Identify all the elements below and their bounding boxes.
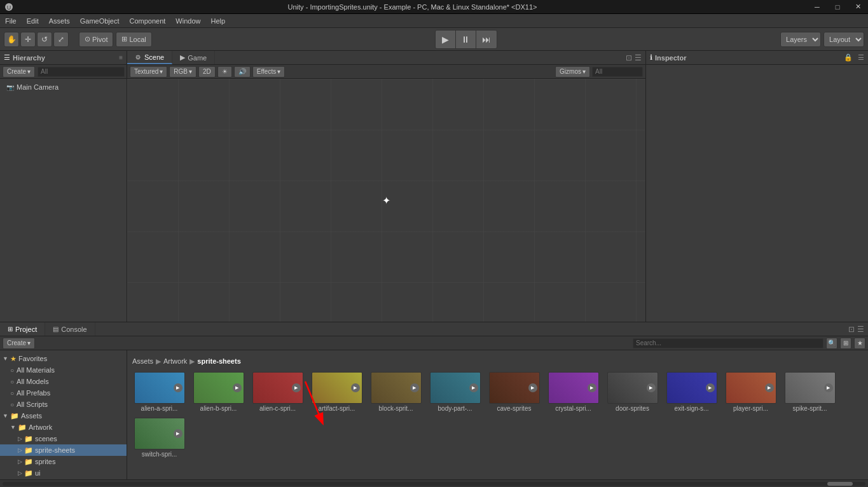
scale-tool-button[interactable]: ⤢ bbox=[53, 32, 69, 47]
bottom-scrollbar[interactable] bbox=[0, 479, 868, 487]
asset-item-body-part[interactable]: ▶body-part-... bbox=[428, 372, 482, 413]
menu-window[interactable]: Window bbox=[170, 14, 205, 28]
rotate-tool-button[interactable]: ↺ bbox=[37, 32, 52, 47]
move-tool-button[interactable]: ✛ bbox=[20, 32, 36, 47]
scenes-arrow: ▷ bbox=[18, 436, 22, 442]
asset-item-spike[interactable]: ▶spike-sprit... bbox=[783, 372, 837, 413]
asset-play-block[interactable]: ▶ bbox=[410, 383, 419, 392]
local-button[interactable]: ⊞ Local bbox=[116, 32, 151, 47]
asset-item-player[interactable]: ▶player-spri... bbox=[724, 372, 778, 413]
asset-play-exit-sign[interactable]: ▶ bbox=[706, 383, 715, 392]
asset-play-alien-c[interactable]: ▶ bbox=[292, 383, 301, 392]
hierarchy-title: Hierarchy bbox=[13, 54, 45, 62]
menu-edit[interactable]: Edit bbox=[22, 14, 44, 28]
star-icon[interactable]: ★ bbox=[854, 338, 865, 349]
breadcrumb-assets[interactable]: Assets bbox=[132, 357, 153, 365]
layout-dropdown[interactable]: Layout bbox=[823, 32, 864, 47]
asset-label-alien-a: alien-a-spri... bbox=[141, 405, 178, 413]
breadcrumb-artwork[interactable]: Artwork bbox=[163, 357, 187, 365]
folder-all-models[interactable]: ○ All Models bbox=[0, 376, 127, 387]
filter-icon[interactable]: ⊞ bbox=[840, 338, 851, 349]
asset-play-door[interactable]: ▶ bbox=[647, 383, 656, 392]
layers-dropdown[interactable]: Layers bbox=[780, 32, 821, 47]
project-create-button[interactable]: Create ▾ bbox=[3, 338, 35, 349]
menu-assets[interactable]: Assets bbox=[44, 14, 75, 28]
audio-button[interactable]: 🔊 bbox=[234, 66, 251, 78]
asset-item-artifact[interactable]: ▶artifact-spri... bbox=[310, 372, 364, 413]
asset-grid: ▶alien-a-spri...▶alien-b-spri...▶alien-c… bbox=[132, 372, 863, 458]
inspector-menu-icon[interactable]: ☰ bbox=[858, 53, 864, 62]
folder-sprites[interactable]: ▷ 📁 sprites bbox=[0, 456, 127, 467]
hierarchy-search-input[interactable] bbox=[38, 67, 125, 77]
step-button[interactable]: ⏭ bbox=[476, 31, 497, 48]
inspector-lock-icon[interactable]: 🔒 bbox=[844, 53, 853, 62]
folder-all-scripts[interactable]: ○ All Scripts bbox=[0, 399, 127, 410]
maximize-button[interactable]: □ bbox=[827, 0, 848, 14]
folder-artwork[interactable]: ▼ 📁 Artwork bbox=[0, 422, 127, 433]
tab-scene[interactable]: ⛭ Scene bbox=[127, 51, 172, 64]
scrollbar-thumb[interactable] bbox=[827, 482, 853, 486]
asset-item-door[interactable]: ▶door-sprites bbox=[605, 372, 659, 413]
asset-thumb-alien-a: ▶ bbox=[134, 372, 185, 404]
menu-help[interactable]: Help bbox=[205, 14, 230, 28]
hierarchy-close-icon[interactable]: ≡ bbox=[119, 54, 123, 61]
project-search-input[interactable] bbox=[633, 338, 823, 348]
play-button[interactable]: ▶ bbox=[436, 31, 456, 48]
camera-icon: 📷 bbox=[6, 84, 14, 91]
asset-item-cave[interactable]: ▶cave-sprites bbox=[487, 372, 541, 413]
tab-console[interactable]: ▤ Console bbox=[45, 322, 95, 336]
menu-component[interactable]: Component bbox=[124, 14, 170, 28]
scene-menu-icon[interactable]: ☰ bbox=[635, 53, 642, 62]
asset-play-spike[interactable]: ▶ bbox=[824, 383, 833, 392]
asset-play-player[interactable]: ▶ bbox=[765, 383, 774, 392]
folder-scenes[interactable]: ▷ 📁 scenes bbox=[0, 433, 127, 444]
tab-game[interactable]: ▶ Game bbox=[172, 51, 215, 64]
scene-maximize-icon[interactable]: ⊡ bbox=[626, 53, 632, 62]
menu-file[interactable]: File bbox=[0, 14, 22, 28]
pause-button[interactable]: ⏸ bbox=[456, 31, 476, 48]
scene-viewport[interactable]: ✦ bbox=[127, 79, 645, 322]
bottom-maximize-icon[interactable]: ⊡ bbox=[848, 325, 855, 334]
asset-item-block[interactable]: ▶block-sprit... bbox=[369, 372, 423, 413]
folder-favorites[interactable]: ▼ ★ Favorites bbox=[0, 353, 127, 364]
asset-play-alien-b[interactable]: ▶ bbox=[233, 383, 242, 392]
asset-item-alien-a[interactable]: ▶alien-a-spri... bbox=[132, 372, 186, 413]
rgb-button[interactable]: RGB ▾ bbox=[169, 66, 196, 78]
pivot-button[interactable]: ⊙ Pivot bbox=[79, 32, 113, 47]
folder-all-prefabs[interactable]: ○ All Prefabs bbox=[0, 387, 127, 399]
svg-text:U: U bbox=[7, 4, 11, 11]
tab-project[interactable]: ⊞ Project bbox=[0, 322, 45, 336]
asset-play-crystal[interactable]: ▶ bbox=[588, 383, 596, 392]
bottom-menu-icon[interactable]: ☰ bbox=[857, 325, 864, 334]
scene-search-input[interactable] bbox=[592, 67, 643, 77]
folder-ui[interactable]: ▷ 📁 ui bbox=[0, 467, 127, 479]
asset-play-switch[interactable]: ▶ bbox=[174, 429, 183, 438]
asset-item-crystal[interactable]: ▶crystal-spri... bbox=[546, 372, 600, 413]
asset-play-cave[interactable]: ▶ bbox=[528, 383, 537, 392]
menu-gameobject[interactable]: GameObject bbox=[75, 14, 125, 28]
asset-item-alien-c[interactable]: ▶alien-c-spri... bbox=[251, 372, 305, 413]
hierarchy-create-button[interactable]: Create ▾ bbox=[3, 66, 35, 78]
search-icon[interactable]: 🔍 bbox=[826, 338, 837, 349]
script-icon: ○ bbox=[10, 401, 14, 408]
folder-sprite-sheets[interactable]: ▷ 📁 sprite-sheets bbox=[0, 444, 127, 456]
artwork-arrow: ▼ bbox=[10, 424, 16, 430]
folder-all-materials[interactable]: ○ All Materials bbox=[0, 364, 127, 376]
light-button[interactable]: ☀ bbox=[217, 66, 232, 78]
asset-play-alien-a[interactable]: ▶ bbox=[174, 383, 183, 392]
asset-play-body-part[interactable]: ▶ bbox=[469, 383, 478, 392]
minimize-button[interactable]: ─ bbox=[807, 0, 827, 14]
folder-assets[interactable]: ▼ 📁 Assets bbox=[0, 410, 127, 422]
asset-item-alien-b[interactable]: ▶alien-b-spri... bbox=[191, 372, 245, 413]
breadcrumb-sprite-sheets[interactable]: sprite-sheets bbox=[197, 357, 240, 365]
asset-play-artifact[interactable]: ▶ bbox=[351, 383, 360, 392]
effects-button[interactable]: Effects ▾ bbox=[252, 66, 285, 78]
hierarchy-item-main-camera[interactable]: 📷 Main Camera bbox=[0, 81, 127, 93]
hand-tool-button[interactable]: ✋ bbox=[4, 32, 19, 47]
asset-item-exit-sign[interactable]: ▶exit-sign-s... bbox=[665, 372, 719, 413]
close-button[interactable]: ✕ bbox=[848, 0, 868, 14]
textured-button[interactable]: Textured ▾ bbox=[130, 66, 167, 78]
asset-item-switch[interactable]: ▶switch-spri... bbox=[132, 418, 186, 458]
2d-button[interactable]: 2D bbox=[198, 66, 216, 78]
gizmos-button[interactable]: Gizmos ▾ bbox=[555, 66, 590, 78]
